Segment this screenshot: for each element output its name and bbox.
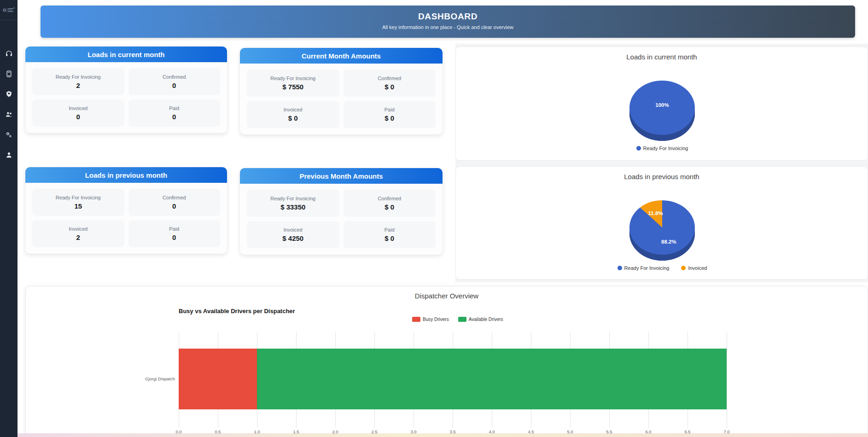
pie-slice-ready-for-invoicing (629, 81, 695, 135)
stat-tile: Invoiced 0 (32, 99, 124, 127)
stat-value: 15 (74, 202, 82, 210)
stat-label: Ready For Invoicing (56, 195, 101, 200)
stat-value: 0 (76, 113, 80, 121)
page-title: DASHBOARD (41, 12, 855, 22)
stat-label: Confirmed (378, 76, 401, 81)
stat-value: $ 0 (384, 234, 394, 242)
stat-label: Invoiced (284, 107, 303, 112)
shield-icon (5, 90, 13, 98)
card-title: Loads in previous month (25, 167, 227, 183)
card-body: Ready For Invoicing $ 7550 Confirmed $ 0… (240, 64, 443, 134)
stat-label: Ready For Invoicing (270, 196, 315, 201)
stat-label: Ready For Invoicing (56, 74, 101, 80)
card-current-month-amounts: Current Month Amounts Ready For Invoicin… (240, 48, 443, 134)
card-loads-previous-month: Loads in previous month Ready For Invoic… (25, 167, 227, 254)
stat-label: Confirmed (163, 74, 186, 80)
pie-legend: Ready For Invoicing (456, 146, 868, 151)
sidebar-item-profile[interactable] (0, 145, 17, 165)
stat-value: 0 (172, 233, 176, 241)
card-loads-current-month: Loads in current month Ready For Invoici… (25, 47, 227, 133)
legend-dot (618, 266, 622, 270)
user-icon (5, 151, 13, 159)
stat-label: Invoiced (284, 227, 303, 233)
stat-tile: Invoiced 2 (32, 220, 124, 247)
team-icon (5, 111, 13, 118)
tablet-icon (5, 70, 13, 78)
stat-tile: Ready For Invoicing 2 (32, 68, 124, 95)
category-label: Gjorgi Dispatch (26, 376, 175, 381)
stat-tile: Paid $ 0 (344, 101, 436, 128)
pie-chart-panel: Loads in current month 100% Ready For In… (455, 44, 868, 282)
bar-busy-drivers (179, 349, 257, 409)
pie-slice-label: 11.8% (648, 210, 663, 216)
x-gridline (727, 332, 727, 428)
legend-dot (636, 146, 641, 151)
pie-chart-title: Loads in previous month (456, 173, 868, 181)
card-body: Ready For Invoicing 2 Confirmed 0 Invoic… (25, 62, 227, 133)
stat-value: $ 4250 (282, 234, 303, 242)
pie-legend-entry: Ready For Invoicing (618, 265, 670, 271)
stat-value: $ 0 (384, 83, 394, 91)
legend-label: Ready For Invoicing (624, 265, 670, 271)
stat-tile: Confirmed $ 0 (344, 70, 436, 97)
pie-chart-previous-month: 88.2%11.8% (456, 185, 868, 263)
card-body: Ready For Invoicing $ 33350 Confirmed $ … (240, 184, 443, 254)
sidebar-item-settings[interactable] (0, 124, 17, 145)
sidebar-item-devices[interactable] (0, 64, 17, 84)
stat-label: Paid (169, 105, 179, 111)
stat-value: 2 (76, 82, 80, 89)
stat-value: 2 (76, 233, 80, 241)
stat-tile: Ready For Invoicing 15 (32, 189, 124, 216)
stat-value: $ 7550 (282, 83, 303, 91)
stat-label: Confirmed (163, 195, 186, 200)
pie-3d-svg: 88.2%11.8% (612, 185, 713, 263)
sidebar-item-team[interactable] (0, 104, 17, 124)
pie-3d-svg: 100% (612, 65, 713, 144)
stat-tile: Confirmed $ 0 (344, 190, 436, 217)
legend-label: Ready For Invoicing (643, 146, 688, 151)
stat-label: Paid (384, 227, 395, 233)
app-logo[interactable] (0, 0, 17, 20)
headset-icon (5, 50, 13, 58)
pie-card-previous-month: Loads in previous month 88.2%11.8% Ready… (455, 166, 868, 280)
stat-value: 0 (172, 113, 176, 121)
stat-value: $ 0 (288, 114, 298, 122)
stat-value: 0 (172, 82, 176, 89)
pie-card-current-month: Loads in current month 100% Ready For In… (455, 47, 868, 161)
card-title: Loads in current month (25, 47, 227, 62)
stat-label: Confirmed (378, 196, 401, 201)
stat-tile: Confirmed 0 (128, 68, 221, 95)
card-previous-month-amounts: Previous Month Amounts Ready For Invoici… (240, 168, 443, 255)
page-subtitle: All key information in one place - Quick… (41, 24, 855, 30)
dashboard-banner: DASHBOARD All key information in one pla… (41, 6, 855, 38)
pie-slice-label: 100% (655, 102, 669, 108)
legend-dot (681, 266, 686, 270)
pie-chart-title: Loads in current month (456, 53, 868, 61)
stat-tile: Paid 0 (128, 220, 221, 247)
sidebar-item-safety[interactable] (0, 84, 17, 104)
pie-legend-entry: Invoiced (681, 265, 707, 271)
pie-slice-label: 88.2% (661, 239, 676, 245)
card-body: Ready For Invoicing 15 Confirmed 0 Invoi… (25, 183, 227, 253)
stat-tile: Invoiced $ 0 (247, 101, 339, 128)
legend-label: Invoiced (688, 265, 707, 271)
stat-value: $ 33350 (280, 203, 305, 211)
sidebar-item-support[interactable] (0, 43, 17, 64)
card-title: Current Month Amounts (240, 48, 443, 64)
stat-tile: Confirmed 0 (128, 189, 221, 216)
pie-chart-current-month: 100% (456, 65, 868, 144)
gears-icon (5, 131, 13, 139)
stat-tile: Ready For Invoicing $ 7550 (247, 70, 339, 97)
stat-tile: Ready For Invoicing $ 33350 (247, 190, 339, 217)
next-section-edge (17, 433, 868, 437)
stat-value: 0 (172, 202, 176, 210)
pie-legend: Ready For InvoicingInvoiced (456, 265, 868, 271)
bar-available-drivers (257, 349, 727, 409)
stat-label: Invoiced (69, 105, 87, 111)
stat-value: $ 0 (384, 114, 394, 122)
stat-label: Paid (169, 226, 179, 232)
pie-legend-entry: Ready For Invoicing (636, 146, 688, 151)
stat-tile: Invoiced $ 4250 (247, 221, 339, 248)
sidebar-menu (0, 43, 17, 165)
stat-tile: Paid 0 (128, 99, 221, 127)
